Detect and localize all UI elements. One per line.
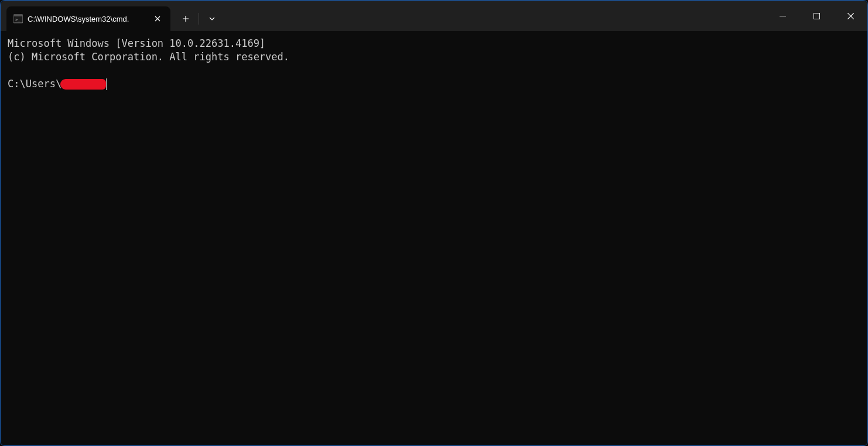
minimize-button[interactable] xyxy=(766,1,799,31)
svg-rect-1 xyxy=(13,15,23,16)
new-tab-button[interactable] xyxy=(175,8,196,29)
output-line-2: (c) Microsoft Corporation. All rights re… xyxy=(8,51,289,63)
tab-title: C:\WINDOWS\system32\cmd. xyxy=(28,15,146,23)
divider xyxy=(199,13,199,25)
tab-area: >_ C:\WINDOWS\system32\cmd. xyxy=(1,1,766,31)
redacted-username xyxy=(60,79,106,90)
svg-rect-3 xyxy=(814,13,819,19)
prompt-line: C:\Users\ xyxy=(8,77,860,91)
terminal-output[interactable]: Microsoft Windows [Version 10.0.22631.41… xyxy=(1,31,867,97)
window-controls xyxy=(766,1,867,31)
tab-active[interactable]: >_ C:\WINDOWS\system32\cmd. xyxy=(6,6,170,31)
output-line-1: Microsoft Windows [Version 10.0.22631.41… xyxy=(8,37,265,49)
text-cursor xyxy=(106,78,107,90)
cmd-icon: >_ xyxy=(13,14,23,23)
tab-close-button[interactable] xyxy=(151,12,165,26)
titlebar: >_ C:\WINDOWS\system32\cmd. xyxy=(1,1,867,31)
prompt-prefix: C:\Users\ xyxy=(8,77,61,91)
maximize-button[interactable] xyxy=(799,1,833,31)
svg-text:>_: >_ xyxy=(15,18,20,22)
tab-controls xyxy=(170,6,223,31)
close-window-button[interactable] xyxy=(833,1,867,31)
tab-dropdown-button[interactable] xyxy=(201,8,223,29)
